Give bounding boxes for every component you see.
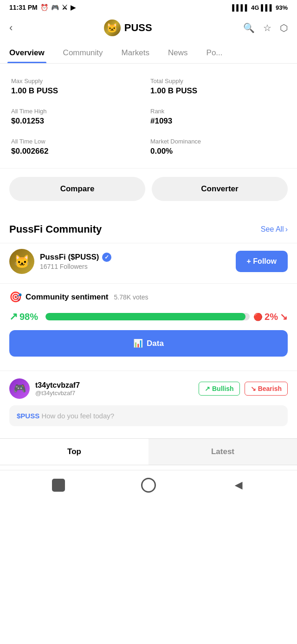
followers-count: 16711 Followers [40, 263, 111, 270]
data-button[interactable]: 📊 Data [9, 330, 288, 357]
converter-button[interactable]: Converter [152, 177, 288, 201]
status-indicators: ▌▌▌▌ 4G ▌▌▌ 93% [232, 4, 288, 11]
coin-name: PUSS [124, 22, 152, 34]
star-icon[interactable]: ☆ [263, 22, 271, 33]
follow-button[interactable]: + Follow [236, 251, 288, 272]
username: t34ytcvbzaf7 [35, 381, 80, 390]
back-nav-icon[interactable]: ◄ [232, 478, 245, 493]
user-name-group: t34ytcvbzaf7 @t34ytcvbzaf7 [35, 381, 80, 397]
network-type: 4G [251, 4, 259, 11]
bearish-tag-button[interactable]: ↘ Bearish [245, 382, 288, 396]
community-section-title: PussFi Community [9, 223, 102, 235]
sentiment-title: Community sentiment [26, 293, 109, 302]
community-avatar: 🐱 [9, 249, 34, 274]
play-icon: ▶ [71, 4, 76, 11]
time-display: 11:31 PM [9, 4, 38, 11]
gamepad-icon: 🎮 [51, 4, 59, 11]
wifi-icon: ▌▌▌ [261, 4, 274, 11]
search-icon[interactable]: 🔍 [243, 22, 255, 33]
tab-community[interactable]: Community [54, 43, 112, 63]
back-button[interactable]: ‹ [9, 22, 13, 34]
post-sentiment-buttons: ↗ Bullish ↘ Bearish [199, 382, 288, 396]
bullish-bar-fill [45, 313, 245, 320]
sentiment-gauge-icon: 🎯 [9, 291, 22, 303]
community-info-group: 🐱 PussFi ($PUSS) ✓ 16711 Followers [9, 249, 111, 274]
main-tabs: Overview Community Markets News Po... [0, 43, 297, 64]
app-header: ‹ 🐱 PUSS 🔍 ☆ ⬡ [0, 15, 297, 43]
community-text-info: PussFi ($PUSS) ✓ 16711 Followers [40, 253, 111, 270]
home-nav-icon[interactable] [52, 479, 65, 492]
bullish-percentage: ↗ 98% [9, 311, 42, 323]
sentiment-section: 🎯 Community sentiment 5.78K votes ↗ 98% … [0, 283, 297, 371]
coin-title-area: 🐱 PUSS [104, 20, 152, 36]
bullish-tag-arrow: ↗ [205, 385, 210, 392]
user-post-header: 🎮 t34ytcvbzaf7 @t34ytcvbzaf7 ↗ Bullish ↘… [9, 378, 288, 399]
user-info: 🎮 t34ytcvbzaf7 @t34ytcvbzaf7 [9, 378, 80, 399]
bottom-nav-bar: ◄ [0, 470, 297, 502]
status-time: 11:31 PM ⏰ 🎮 ⚔ ▶ [9, 4, 76, 11]
swords-icon: ⚔ [62, 4, 68, 11]
share-icon[interactable]: ⬡ [280, 22, 288, 33]
post-filter-tabs: Top Latest [0, 438, 297, 465]
sentiment-votes: 5.78K votes [114, 293, 148, 301]
header-action-icons: 🔍 ☆ ⬡ [243, 22, 288, 33]
post-ticker: $PUSS [17, 412, 39, 420]
stat-ath: All Time High $0.01253 [9, 103, 148, 133]
record-nav-icon[interactable] [141, 478, 156, 493]
post-placeholder: How do you feel today? [41, 412, 114, 420]
user-post-area: 🎮 t34ytcvbzaf7 @t34ytcvbzaf7 ↗ Bullish ↘… [0, 371, 297, 434]
bearish-tag-arrow: ↘ [251, 385, 256, 392]
signal-icon: ▌▌▌▌ [232, 4, 249, 11]
sentiment-header: 🎯 Community sentiment 5.78K votes [9, 291, 288, 303]
tab-overview[interactable]: Overview [0, 43, 54, 63]
sub-tab-latest[interactable]: Latest [148, 439, 297, 465]
user-handle: @t34ytcvbzaf7 [35, 390, 80, 397]
user-avatar: 🎮 [9, 378, 30, 399]
see-all-link[interactable]: See All › [261, 225, 288, 234]
stats-grid: Max Supply 1.00 B PUSS Total Supply 1.00… [0, 64, 297, 169]
compare-button[interactable]: Compare [9, 177, 145, 201]
stat-atl: All Time Low $0.002662 [9, 133, 148, 163]
bearish-percentage: 🔴 2% ↘ [253, 311, 288, 322]
tab-more[interactable]: Po... [197, 43, 232, 63]
sub-tab-top[interactable]: Top [0, 439, 148, 465]
status-bar: 11:31 PM ⏰ 🎮 ⚔ ▶ ▌▌▌▌ 4G ▌▌▌ 93% [0, 0, 297, 15]
tab-markets[interactable]: Markets [112, 43, 159, 63]
sentiment-bar-row: ↗ 98% 🔴 2% ↘ [9, 311, 288, 323]
stat-market-dominance: Market Dominance 0.00% [148, 133, 288, 163]
chart-icon: 📊 [133, 338, 143, 348]
post-input-area[interactable]: $PUSS How do you feel today? [9, 405, 288, 426]
verified-badge: ✓ [102, 253, 111, 262]
sentiment-progress-bar [45, 313, 250, 320]
stat-max-supply: Max Supply 1.00 B PUSS [9, 73, 148, 103]
community-name: PussFi ($PUSS) ✓ [40, 253, 111, 262]
alarm-icon: ⏰ [40, 4, 48, 11]
tab-news[interactable]: News [159, 43, 197, 63]
community-card: 🐱 PussFi ($PUSS) ✓ 16711 Followers + Fol… [0, 243, 297, 283]
battery-indicator: 93% [276, 4, 288, 11]
coin-avatar: 🐱 [104, 20, 121, 36]
stat-total-supply: Total Supply 1.00 B PUSS [148, 73, 288, 103]
stat-rank: Rank #1093 [148, 103, 288, 133]
action-buttons-row: Compare Converter [0, 169, 297, 212]
community-section-header: PussFi Community See All › [0, 212, 297, 243]
bullish-tag-button[interactable]: ↗ Bullish [199, 382, 240, 396]
